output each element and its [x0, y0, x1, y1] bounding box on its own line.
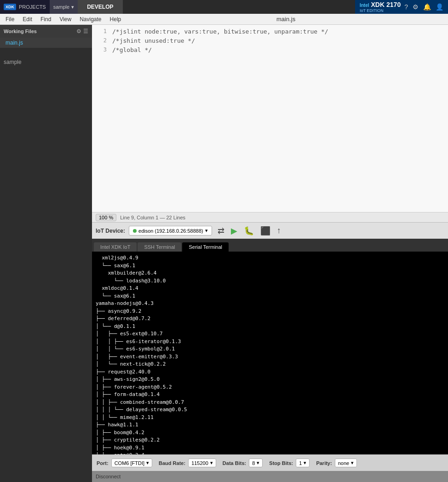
develop-tab[interactable]: DEVELOP [78, 0, 122, 14]
terminal-line: │ │ │ └── delayed-stream@0.0.5 [96, 406, 448, 414]
file-item-main[interactable]: main.js [0, 38, 92, 48]
intel-xdk-branding: Intel XDK 2170 IoT EDITION [360, 1, 401, 13]
terminal-line: │ ├── boom@0.4.2 [96, 429, 448, 437]
code-line-3: 3 /*global */ [92, 45, 448, 54]
parity-select[interactable]: none ▾ [335, 459, 357, 467]
bits-arrow: ▾ [257, 460, 259, 466]
disconnect-label: Disconnect [96, 474, 121, 479]
port-group: Port: COM6 [FTDI] ▾ [97, 459, 152, 467]
run-button[interactable]: ▶ [229, 225, 239, 237]
parity-value: none [338, 460, 349, 466]
xdk-logo: XDK [4, 4, 16, 10]
terminal-line: │ └── sntp@0.2.4 [96, 452, 448, 454]
tab-ssh-terminal[interactable]: SSH Terminal [138, 242, 181, 252]
menu-find[interactable]: Find [37, 15, 55, 23]
line-num-2: 2 [96, 37, 107, 44]
terminal-tabs: Intel XDK IoT SSH Terminal Serial Termin… [92, 239, 448, 252]
terminal-line: └── sax@6.1 [96, 262, 448, 270]
iot-toolbar: ⇄ ▶ 🐛 ⬛ ↑ [216, 225, 283, 237]
terminal-line: │ ├── forever-agent@0.5.2 [96, 384, 448, 391]
device-dropdown-arrow: ▾ [205, 228, 208, 234]
tab-intel-xdk-iot[interactable]: Intel XDK IoT [94, 242, 137, 252]
parity-label: Parity: [316, 460, 332, 466]
zoom-button[interactable]: 100 % [96, 214, 116, 221]
bottom-bar: Port: COM6 [FTDI] ▾ Baud Rate: 115200 ▾ … [92, 454, 448, 471]
tab-serial-terminal[interactable]: Serial Terminal [182, 242, 229, 252]
port-label: Port: [97, 460, 109, 466]
terminal-output: xml2js@0.4.9 └── sax@6.1 xmlbuilder@2.6.… [96, 254, 448, 454]
stop-group: Stop Bits: 1 ▾ [269, 459, 310, 467]
terminal[interactable]: BETA xml2js@0.4.9 └── sax@6.1 xmlbuilder… [92, 252, 448, 454]
editor-content[interactable]: 1 /*jslint node:true, vars:true, bitwise… [92, 25, 448, 212]
settings-icon[interactable]: ⚙ [76, 28, 81, 34]
bits-group: Data Bits: 8 ▾ [223, 459, 263, 467]
bits-select[interactable]: 8 ▾ [249, 459, 263, 467]
notifications-icon[interactable]: 🔔 [423, 3, 431, 11]
right-panel: 1 /*jslint node:true, vars:true, bitwise… [92, 25, 448, 482]
stop-button[interactable]: ⬛ [258, 225, 272, 237]
debug-button[interactable]: 🐛 [242, 225, 256, 237]
baud-group: Baud Rate: 115200 ▾ [159, 459, 216, 467]
terminal-line: │ │ └── mime@1.2.11 [96, 414, 448, 422]
top-bar-right: Intel XDK 2170 IoT EDITION ? ⚙ 🔔 👤 [355, 0, 448, 14]
stop-select[interactable]: 1 ▾ [296, 459, 310, 467]
code-line-2: 2 /*jshint unused:true */ [92, 36, 448, 45]
top-bar-left: XDK PROJECTS [0, 0, 50, 14]
port-select[interactable]: COM6 [FTDI] ▾ [111, 459, 152, 467]
stop-label: Stop Bits: [269, 460, 293, 466]
terminal-line: ├── deferred@0.7.2 [96, 315, 448, 323]
version-label: 2170 [386, 1, 401, 8]
sidebar-header: Working Files ⚙ ☰ [0, 25, 92, 38]
terminal-line: xmldoc@0.1.4 [96, 285, 448, 293]
baud-select[interactable]: 115200 ▾ [188, 459, 216, 467]
code-line-1: 1 /*jslint node:true, vars:true, bitwise… [92, 27, 448, 36]
projects-button[interactable]: PROJECTS [19, 4, 46, 10]
sidebar: Working Files ⚙ ☰ main.js sample [0, 25, 92, 482]
line-num-3: 3 [96, 46, 107, 53]
port-value: COM6 [FTDI] [115, 460, 144, 466]
parity-group: Parity: none ▾ [316, 459, 357, 467]
line-code-3: /*global */ [112, 46, 152, 53]
terminal-line: │ │ └── es6-symbol@2.0.1 [96, 345, 448, 353]
terminal-line: ├── request@2.40.0 [96, 368, 448, 376]
terminal-line: └── sax@6.1 [96, 293, 448, 300]
stop-arrow: ▾ [304, 460, 306, 466]
menu-help[interactable]: Help [106, 15, 125, 23]
transfer-button[interactable]: ⇄ [216, 225, 226, 237]
menu-edit[interactable]: Edit [19, 15, 36, 23]
top-icons: ? ⚙ 🔔 👤 [404, 3, 443, 11]
terminal-line: │ └── next-tick@0.2.2 [96, 361, 448, 368]
terminal-line: │ ├── aws-sign2@0.5.0 [96, 376, 448, 384]
iot-label: IoT Device: [96, 228, 125, 234]
develop-label: DEVELOP [87, 4, 113, 10]
terminal-line: yamaha-nodejs@0.4.3 [96, 300, 448, 308]
menu-navigate[interactable]: Navigate [76, 15, 105, 23]
intel-label: Intel [360, 3, 369, 8]
device-dropdown[interactable]: edison (192.168.0.26:58888) ▾ [129, 226, 212, 235]
terminal-line: │ ├── cryptiles@0.2.2 [96, 436, 448, 444]
menu-bar: File Edit Find View Navigate Help main.j… [0, 14, 448, 25]
editor-title: main.js [276, 16, 295, 23]
editor-area: 1 /*jslint node:true, vars:true, bitwise… [92, 25, 448, 222]
dropdown-arrow: ▾ [71, 4, 74, 10]
project-item-sample[interactable]: sample [0, 57, 92, 67]
help-icon[interactable]: ? [404, 3, 408, 11]
sample-label: sample [53, 4, 69, 10]
terminal-line: ├── hawk@1.1.1 [96, 421, 448, 429]
close-panel-icon[interactable]: ☰ [83, 28, 88, 34]
parity-arrow: ▾ [351, 460, 354, 466]
menu-view[interactable]: View [56, 15, 75, 23]
bits-value: 8 [252, 460, 255, 466]
upload-button[interactable]: ↑ [275, 225, 283, 236]
bits-label: Data Bits: [223, 460, 246, 466]
baud-label: Baud Rate: [159, 460, 185, 466]
line-code-2: /*jshint unused:true */ [112, 37, 195, 44]
gear-icon[interactable]: ⚙ [413, 3, 419, 11]
terminal-line: │ ├── hoek@0.9.1 [96, 444, 448, 452]
menu-file[interactable]: File [2, 15, 18, 23]
terminal-line: │ ├── form-data@0.1.4 [96, 391, 448, 399]
terminal-line: │ │ ├── combined-stream@0.0.7 [96, 399, 448, 407]
sample-dropdown[interactable]: sample ▾ [50, 0, 78, 14]
iot-edition-label: IoT EDITION [360, 8, 401, 13]
profile-icon[interactable]: 👤 [436, 3, 443, 11]
